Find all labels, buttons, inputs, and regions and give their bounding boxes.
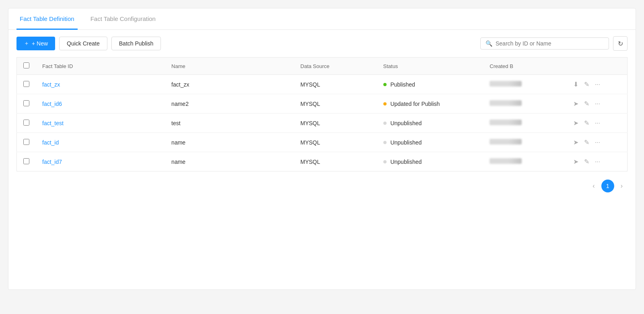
batch-publish-button[interactable]: Batch Publish <box>111 37 161 50</box>
quick-create-button[interactable]: Quick Create <box>59 37 107 50</box>
publish-icon[interactable]: ➤ <box>573 100 578 107</box>
row-status: Published <box>377 75 484 94</box>
table-row: fact_test test MYSQL Unpublished ➤ ✎ ··· <box>17 114 628 133</box>
toolbar: ＋ + New Quick Create Batch Publish 🔍 ↻ <box>8 30 636 57</box>
page-container: Fact Table Definition Fact Table Configu… <box>8 8 636 290</box>
col-header-fact-table-id: Fact Table ID <box>36 58 165 75</box>
row-name: name <box>165 133 294 152</box>
status-dot <box>383 141 387 144</box>
search-input[interactable] <box>496 40 604 47</box>
publish-icon[interactable]: ➤ <box>573 138 578 146</box>
row-checkbox-cell <box>17 152 36 171</box>
row-checkbox-cell <box>17 75 36 94</box>
row-fact-id: fact_test <box>36 114 165 133</box>
row-actions: ➤ ✎ ··· <box>567 133 628 152</box>
next-page-button[interactable]: › <box>617 181 626 191</box>
row-status: Unpublished <box>377 133 484 152</box>
row-name: test <box>165 114 294 133</box>
edit-icon[interactable]: ✎ <box>584 81 589 88</box>
edit-icon[interactable]: ✎ <box>584 119 589 127</box>
col-header-data-source: Data Source <box>294 58 377 75</box>
tabs-bar: Fact Table Definition Fact Table Configu… <box>8 8 636 30</box>
new-button[interactable]: ＋ + New <box>16 37 55 50</box>
more-icon[interactable]: ··· <box>595 81 600 88</box>
current-page-number[interactable]: 1 <box>601 180 614 192</box>
header-checkbox-cell <box>17 58 36 75</box>
prev-icon: ‹ <box>593 182 595 189</box>
status-label: Unpublished <box>390 159 422 165</box>
status-dot <box>383 122 387 125</box>
fact-id-link[interactable]: fact_id <box>42 139 59 146</box>
tab-configuration[interactable]: Fact Table Configuration <box>87 9 159 30</box>
row-name: name <box>165 152 294 171</box>
status-label: Unpublished <box>390 139 422 146</box>
table-row: fact_id6 name2 MYSQL Updated for Publish… <box>17 94 628 114</box>
edit-icon[interactable]: ✎ <box>584 158 589 165</box>
more-icon[interactable]: ··· <box>595 139 600 146</box>
row-created-by <box>483 75 566 94</box>
row-checkbox[interactable] <box>23 139 29 145</box>
row-actions: ➤ ✎ ··· <box>567 94 628 114</box>
fact-id-link[interactable]: fact_test <box>42 120 64 126</box>
more-icon[interactable]: ··· <box>595 100 600 107</box>
created-by-blurred <box>490 120 522 125</box>
publish-icon[interactable]: ➤ <box>573 158 578 165</box>
table-row: fact_id7 name MYSQL Unpublished ➤ ✎ ··· <box>17 152 628 171</box>
edit-icon[interactable]: ✎ <box>584 100 589 107</box>
row-created-by <box>483 114 566 133</box>
fact-id-link[interactable]: fact_id6 <box>42 101 62 107</box>
refresh-icon: ↻ <box>618 40 623 48</box>
edit-icon[interactable]: ✎ <box>584 138 589 146</box>
plus-icon: ＋ <box>24 40 29 47</box>
table-row: fact_zx fact_zx MYSQL Published ⬇ ✎ ··· <box>17 75 628 94</box>
row-name: fact_zx <box>165 75 294 94</box>
row-checkbox[interactable] <box>23 120 29 126</box>
next-icon: › <box>621 182 623 189</box>
created-by-blurred <box>490 158 522 164</box>
row-checkbox[interactable] <box>23 81 29 87</box>
status-dot <box>383 83 387 86</box>
status-label: Unpublished <box>390 120 422 126</box>
row-actions: ⬇ ✎ ··· <box>567 75 628 94</box>
search-box: 🔍 <box>480 37 609 50</box>
row-status: Unpublished <box>377 152 484 171</box>
row-checkbox[interactable] <box>23 158 29 164</box>
row-created-by <box>483 94 566 114</box>
publish-icon[interactable]: ➤ <box>573 119 578 127</box>
more-icon[interactable]: ··· <box>595 158 600 165</box>
row-data-source: MYSQL <box>294 114 377 133</box>
status-label: Published <box>390 81 415 88</box>
created-by-blurred <box>490 100 522 106</box>
row-name: name2 <box>165 94 294 114</box>
tab-definition[interactable]: Fact Table Definition <box>16 9 78 30</box>
row-created-by <box>483 152 566 171</box>
row-data-source: MYSQL <box>294 152 377 171</box>
row-fact-id: fact_id <box>36 133 165 152</box>
prev-page-button[interactable]: ‹ <box>589 181 598 191</box>
col-header-created-by: Created B <box>483 58 566 75</box>
row-checkbox-cell <box>17 94 36 114</box>
row-fact-id: fact_id7 <box>36 152 165 171</box>
col-header-status: Status <box>377 58 484 75</box>
table-container: Fact Table ID Name Data Source Status Cr… <box>8 57 636 171</box>
refresh-button[interactable]: ↻ <box>613 36 628 51</box>
row-checkbox[interactable] <box>23 100 29 106</box>
col-header-actions <box>567 58 628 75</box>
table-header-row: Fact Table ID Name Data Source Status Cr… <box>17 58 628 75</box>
more-icon[interactable]: ··· <box>595 120 600 127</box>
fact-id-link[interactable]: fact_id7 <box>42 159 62 165</box>
created-by-blurred <box>490 139 522 145</box>
status-dot <box>383 160 387 163</box>
row-checkbox-cell <box>17 133 36 152</box>
row-status: Updated for Publish <box>377 94 484 114</box>
fact-table: Fact Table ID Name Data Source Status Cr… <box>16 57 628 171</box>
table-row: fact_id name MYSQL Unpublished ➤ ✎ ··· <box>17 133 628 152</box>
fact-id-link[interactable]: fact_zx <box>42 81 60 88</box>
row-created-by <box>483 133 566 152</box>
row-data-source: MYSQL <box>294 75 377 94</box>
select-all-checkbox[interactable] <box>23 62 29 68</box>
row-checkbox-cell <box>17 114 36 133</box>
publish-icon[interactable]: ⬇ <box>573 81 578 88</box>
row-data-source: MYSQL <box>294 94 377 114</box>
row-actions: ➤ ✎ ··· <box>567 114 628 133</box>
